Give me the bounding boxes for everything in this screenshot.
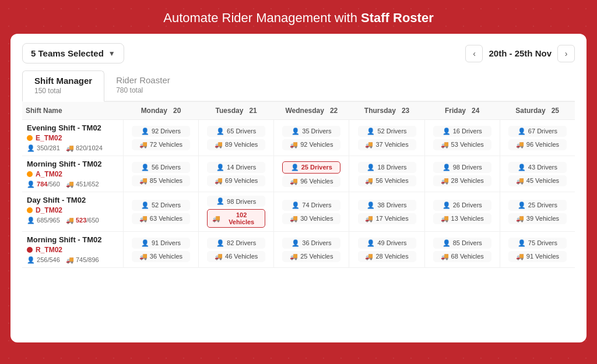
truck-icon: 🚚 — [365, 141, 373, 149]
shift-code: E_TM02 — [36, 134, 62, 142]
day-cell-2-5: 👤 25 Drivers 🚚 39 Vehicles — [500, 192, 575, 232]
person-icon: 👤 — [141, 202, 149, 209]
table-row: Morning Shift - TM02 R_TM02 👤 256/546 🚚 … — [22, 232, 575, 268]
person-icon: 👤 — [443, 128, 451, 135]
vehicle-entry: 🚚 102 Vehicles — [207, 209, 265, 228]
day-cell-0-2: 👤 35 Drivers 🚚 92 Vehicles — [274, 120, 349, 156]
driver-entry: 👤 18 Drivers — [358, 162, 416, 173]
tab-shift-manager[interactable]: Shift Manager 150 total — [22, 70, 104, 102]
schedule-table: Shift Name Monday 20 Tuesday 21 Wednesda… — [22, 102, 575, 268]
schedule-table-container: Shift Name Monday 20 Tuesday 21 Wednesda… — [22, 102, 575, 329]
shift-name: Morning Shift - TM02 — [27, 235, 118, 244]
col-thursday: Thursday 23 — [349, 102, 424, 120]
person-icon: 👤 — [518, 239, 526, 247]
day-cell-3-2: 👤 36 Drivers 🚚 25 Vehicles — [274, 232, 349, 268]
col-friday: Friday 24 — [424, 102, 500, 120]
day-cell-2-4: 👤 26 Drivers 🚚 13 Vehicles — [424, 192, 500, 232]
truck-icon: 🚚 — [290, 141, 298, 149]
driver-entry: 👤 35 Drivers — [282, 126, 340, 137]
person-icon: 👤 — [216, 239, 224, 247]
day-cell-0-0: 👤 92 Drivers 🚚 72 Vehicles — [123, 120, 198, 156]
person-icon: 👤 — [443, 164, 451, 171]
driver-entry: 👤 36 Drivers — [282, 238, 340, 249]
day-cell-3-3: 👤 49 Drivers 🚚 28 Vehicles — [349, 232, 424, 268]
vehicle-entry: 🚚 96 Vehicles — [508, 139, 567, 150]
shift-code: R_TM02 — [36, 246, 62, 254]
truck-icon: 🚚 — [139, 141, 148, 149]
tab-rider-roaster-sub: 780 total — [116, 86, 170, 94]
shift-name: Evening Shift - TM02 — [27, 123, 118, 132]
tab-rider-roaster[interactable]: Rider Roaster 780 total — [104, 70, 182, 101]
vehicle-entry: 🚚 92 Vehicles — [282, 139, 340, 150]
truck-icon: 🚚 — [516, 141, 524, 149]
truck-icon: 🚚 — [290, 215, 298, 222]
day-cell-1-2: 👤 25 Drivers 🚚 96 Vehicles — [274, 156, 349, 192]
day-cell-3-0: 👤 91 Drivers 🚚 36 Vehicles — [123, 232, 198, 268]
person-icon: 👤 — [443, 202, 451, 209]
vehicle-entry: 🚚 25 Vehicles — [282, 251, 340, 262]
driver-entry: 👤 65 Drivers — [207, 126, 265, 137]
vehicle-entry: 🚚 28 Vehicles — [433, 175, 491, 186]
chevron-down-icon: ▼ — [108, 50, 115, 58]
driver-entry: 👤 98 Drivers — [207, 196, 265, 207]
status-dot — [27, 247, 33, 253]
day-cell-2-0: 👤 52 Drivers 🚚 63 Vehicles — [123, 192, 198, 232]
driver-entry: 👤 74 Drivers — [282, 200, 340, 211]
tab-bar: Shift Manager 150 total Rider Roaster 78… — [22, 70, 575, 102]
driver-entry: 👤 91 Drivers — [132, 238, 190, 249]
day-cell-1-4: 👤 98 Drivers 🚚 28 Vehicles — [424, 156, 500, 192]
table-header-row: Shift Name Monday 20 Tuesday 21 Wednesda… — [22, 102, 575, 120]
col-saturday: Saturday 25 — [500, 102, 575, 120]
day-cell-1-1: 👤 14 Drivers 🚚 69 Vehicles — [199, 156, 274, 192]
truck-icon: 🚚 — [290, 253, 298, 260]
person-icon: 👤 — [367, 239, 375, 247]
vehicle-entry: 🚚 45 Vehicles — [508, 175, 567, 186]
person-icon: 👤 — [518, 128, 526, 135]
vehicle-entry: 🚚 69 Vehicles — [207, 175, 265, 186]
col-tuesday: Tuesday 21 — [199, 102, 274, 120]
driver-entry: 👤 56 Drivers — [132, 162, 190, 173]
driver-entry: 👤 52 Drivers — [132, 200, 190, 211]
vehicle-entry: 🚚 63 Vehicles — [132, 213, 190, 224]
person-icon: 👤 — [141, 239, 149, 247]
person-icon: 👤 — [292, 239, 300, 247]
status-dot — [27, 135, 33, 141]
person-icon: 👤 — [141, 164, 149, 171]
shift-name: Day Shift - TM02 — [27, 196, 118, 204]
truck-icon: 🚚 — [516, 253, 524, 260]
driver-entry: 👤 38 Drivers — [358, 200, 416, 211]
tab-shift-manager-label: Shift Manager — [34, 76, 92, 86]
driver-entry: 👤 98 Drivers — [433, 162, 491, 173]
driver-entry: 👤 85 Drivers — [433, 238, 491, 249]
person-icon: 👤 — [367, 128, 375, 135]
prev-date-button[interactable]: ‹ — [465, 45, 483, 62]
vehicle-entry: 🚚 46 Vehicles — [207, 251, 265, 262]
vehicle-entry: 🚚 30 Vehicles — [282, 213, 340, 224]
driver-entry: 👤 92 Drivers — [132, 126, 190, 137]
shift-cell-2: Day Shift - TM02 D_TM02 👤 685/965 🚚 523/… — [22, 192, 123, 232]
vehicle-entry: 🚚 96 Vehicles — [282, 176, 340, 187]
driver-entry: 👤 16 Drivers — [433, 126, 491, 137]
day-cell-0-1: 👤 65 Drivers 🚚 89 Vehicles — [199, 120, 274, 156]
shift-cell-0: Evening Shift - TM02 E_TM02 👤 350/281 🚚 … — [22, 120, 123, 156]
person-icon: 👤 — [443, 239, 451, 247]
person-icon: 👤 — [518, 202, 526, 209]
teams-selector-button[interactable]: 5 Teams Selected ▼ — [22, 43, 124, 63]
next-date-button[interactable]: › — [557, 45, 575, 62]
day-cell-1-5: 👤 43 Drivers 🚚 45 Vehicles — [500, 156, 575, 192]
page-title: Automate Rider Management with Staff Ros… — [0, 0, 597, 34]
shift-cell-1: Morning Shift - TM02 A_TM02 👤 784/560 🚚 … — [22, 156, 123, 192]
driver-entry: 👤 75 Drivers — [508, 238, 567, 249]
truck-icon: 🚚 — [516, 215, 524, 222]
table-row: Morning Shift - TM02 A_TM02 👤 784/560 🚚 … — [22, 156, 575, 192]
truck-icon: 🚚 — [441, 141, 449, 149]
person-icon: 👤 — [216, 197, 224, 205]
person-icon: 👤 — [518, 164, 526, 171]
teams-selector-label: 5 Teams Selected — [31, 48, 104, 58]
truck-icon: 🚚 — [212, 215, 220, 222]
truck-icon: 🚚 — [441, 177, 449, 185]
tab-shift-manager-sub: 150 total — [34, 87, 92, 95]
truck-icon: 🚚 — [516, 177, 524, 185]
person-icon: 👤 — [292, 128, 300, 135]
person-icon: 👤 — [367, 164, 375, 171]
